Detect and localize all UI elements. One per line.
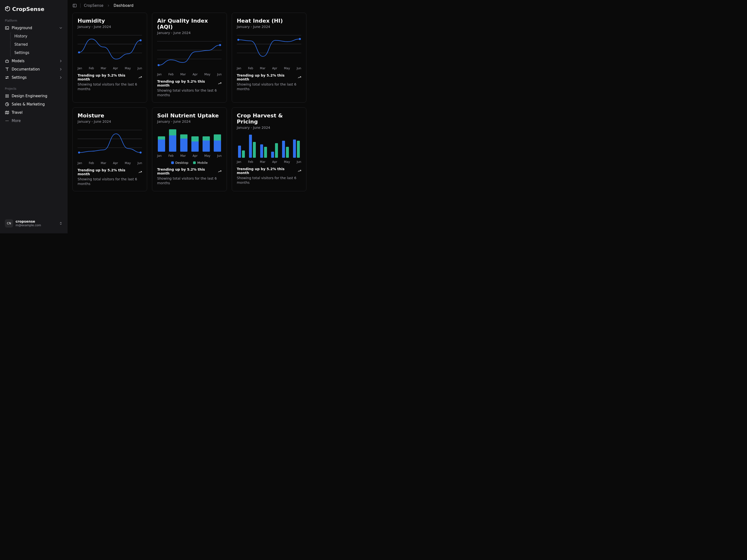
book-icon [5,67,9,72]
trend-desc: Showing total visitors for the last 6 mo… [157,88,222,98]
sub-item-history[interactable]: History [10,32,65,41]
svg-point-23 [299,38,301,40]
breadcrumb-root[interactable]: CropSense [84,3,103,8]
chevron-right-icon [107,4,110,7]
chart-card: Humidity January - June 2024 JanFebMarAp… [73,12,147,103]
svg-point-13 [139,39,141,41]
card-subtitle: January - June 2024 [78,119,142,124]
section-label-platform: Platform [3,17,65,24]
grouped-bar-chart [237,133,301,158]
panel-left-icon[interactable] [73,3,77,8]
trend-desc: Showing total visitors for the last 6 mo… [237,176,301,185]
pie-icon [5,102,9,106]
bar-col [169,129,176,152]
card-subtitle: January - June 2024 [157,119,222,124]
header: CropSense Dashboard [68,0,311,11]
project-design-engineering[interactable]: Design Engineering [3,92,65,100]
svg-rect-1 [6,60,8,62]
tick-label: Jun [297,160,301,164]
tick-label: Apr [192,73,198,76]
project-label: Travel [12,110,23,115]
chart-card: Air Quality Index (AQI) January - June 2… [152,12,227,103]
tick-label: Jan [78,161,82,165]
tick-label: May [204,73,210,76]
tick-label: Jun [138,66,142,70]
tick-label: May [284,66,290,70]
tick-label: Jun [297,66,301,70]
tick-label: Jan [237,66,241,70]
app-name: CropSense [12,6,44,12]
nav-item-playground[interactable]: Playground [3,24,65,32]
chevron-down-icon [59,26,63,30]
line-chart [237,32,301,64]
trending-up-icon [218,81,222,85]
x-axis: JanFebMarAprMayJun [78,65,142,73]
svg-point-7 [8,121,8,121]
trend-text: Trending up by 5.2% this month [78,168,136,176]
tick-label: May [284,160,290,164]
sub-item-starred[interactable]: Starred [10,41,65,49]
nav-item-settings[interactable]: Settings [3,73,65,82]
trend-row: Trending up by 5.2% this month [157,79,222,87]
tick-label: Mar [180,154,186,158]
tick-label: Jun [217,154,222,158]
logo-icon [4,6,11,12]
nav-item-models[interactable]: Models [3,57,65,65]
x-axis: JanFebMarAprMayJun [237,65,301,73]
trend-desc: Showing total visitors for the last 6 mo… [78,177,142,186]
card-title: Soil Nutrient Uptake [157,112,222,118]
nav-item-documentation[interactable]: Documentation [3,65,65,73]
tick-label: Apr [113,66,118,70]
legend-item-mobile: Mobile [193,161,208,164]
chevron-right-icon [59,76,63,79]
line-chart [78,127,142,159]
line-chart [78,32,142,64]
svg-point-12 [78,51,80,53]
trend-desc: Showing total visitors for the last 6 mo… [78,82,142,91]
tick-label: Apr [272,160,277,164]
tick-label: Apr [113,161,118,165]
trend-text: Trending up by 5.2% this month [237,73,296,81]
project-label: More [12,118,21,123]
tick-label: Mar [180,73,186,76]
card-title: Crop Harvest & Pricing [237,112,301,125]
bar-pair [281,141,290,158]
line-chart [157,38,222,70]
tick-label: Feb [169,73,174,76]
svg-point-6 [7,121,7,121]
tick-label: Jun [138,161,142,165]
nav-label: Documentation [12,67,40,72]
svg-point-22 [237,39,239,41]
chevron-right-icon [59,59,63,63]
sub-item-settings[interactable]: Settings [10,49,65,57]
chart-card: Heat Index (HI) January - June 2024 JanF… [232,12,306,103]
card-subtitle: January - June 2024 [78,25,142,29]
trending-up-icon [298,169,301,173]
trend-text: Trending up by 5.2% this month [78,73,136,81]
legend-item-desktop: Desktop [171,161,188,164]
tick-label: Mar [260,66,265,70]
trend-row: Trending up by 5.2% this month [78,73,142,81]
trend-row: Trending up by 5.2% this month [157,167,222,175]
sidebar: CropSense Platform Playground History St… [0,0,68,233]
svg-point-27 [78,152,80,153]
project-sales-marketing[interactable]: Sales & Marketing [3,100,65,108]
frame-icon [5,94,9,98]
user-email: m@example.com [16,223,41,227]
tick-label: Apr [192,154,198,158]
card-subtitle: January - June 2024 [157,31,222,35]
card-subtitle: January - June 2024 [237,126,301,130]
nav-label: Settings [12,75,27,80]
card-title: Humidity [78,18,142,24]
bar-col [214,134,221,152]
project-more[interactable]: More [3,117,65,125]
x-axis: JanFebMarAprMayJun [78,160,142,168]
chart-card: Moisture January - June 2024 JanFebMarAp… [73,107,147,191]
tick-label: May [125,66,131,70]
card-grid: Humidity January - June 2024 JanFebMarAp… [68,11,311,196]
svg-point-17 [158,64,159,66]
tick-label: Jan [78,66,82,70]
project-travel[interactable]: Travel [3,108,65,117]
playground-subitems: History Starred Settings [3,32,65,57]
user-menu[interactable]: CN cropsense m@example.com [3,217,65,230]
